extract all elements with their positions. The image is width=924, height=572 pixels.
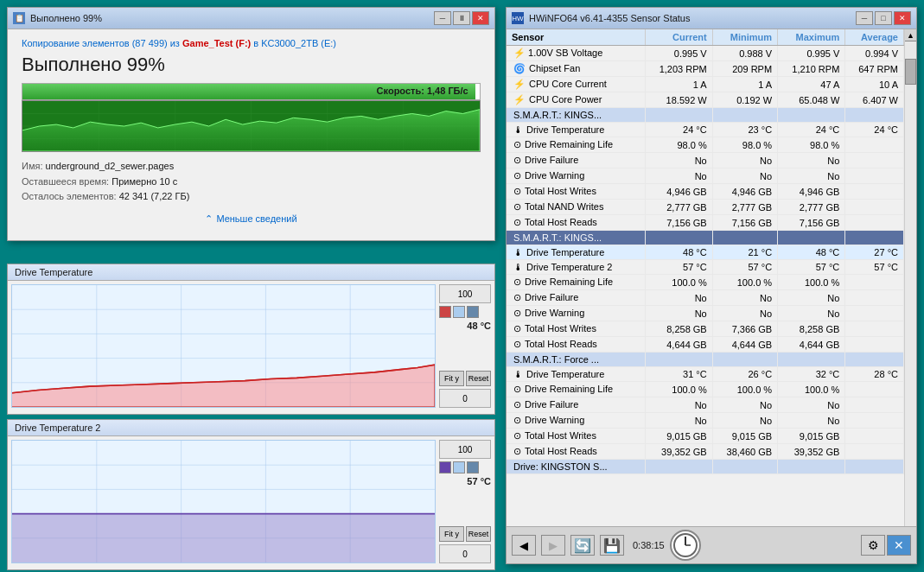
sensor-value: 8,258 GB bbox=[645, 321, 712, 337]
sensor-value: 9,015 GB bbox=[645, 429, 712, 444]
sensor-value bbox=[712, 460, 777, 474]
speed-label: Скорость: 1,48 ГБ/с bbox=[377, 86, 468, 96]
copy-dialog-title: Выполнено 99% bbox=[30, 13, 102, 23]
pause-button[interactable]: ⏸ bbox=[453, 11, 470, 25]
chart1-color-box-dark[interactable] bbox=[467, 306, 479, 318]
sensor-value bbox=[845, 444, 904, 460]
chart2-color-box-blue[interactable] bbox=[453, 461, 465, 473]
chart2-svg bbox=[12, 441, 435, 562]
sensor-value: 4,644 GB bbox=[645, 337, 712, 353]
col-average: Average bbox=[845, 29, 904, 46]
remaining-row: Осталось элементов: 42 341 (7,22 ГБ) bbox=[22, 189, 481, 205]
sensor-value bbox=[845, 184, 904, 200]
sensor-value: 48 °C bbox=[645, 245, 712, 260]
sensor-value: 100.0 % bbox=[778, 275, 845, 290]
forward-button[interactable]: ▶ bbox=[541, 535, 565, 556]
sensor-value: 4,946 GB bbox=[712, 184, 777, 200]
sensor-value: 4,946 GB bbox=[778, 184, 845, 200]
sensor-value: 7,156 GB bbox=[778, 215, 845, 231]
sensor-value: 32 °C bbox=[778, 367, 845, 382]
sensor-value bbox=[845, 215, 904, 231]
progress-chart-svg bbox=[22, 101, 480, 151]
file-name-row: Имя: underground_d2_sewer.pages bbox=[22, 159, 481, 175]
table-row: ⊙Total NAND Writes2,777 GB2,777 GB2,777 … bbox=[507, 200, 904, 215]
sensor-name: S.M.A.R.T.: KINGS... bbox=[507, 108, 645, 123]
sensor-value: No bbox=[712, 397, 777, 413]
chart1-color-box-red[interactable] bbox=[439, 306, 451, 318]
sensor-value: 7,156 GB bbox=[645, 215, 712, 231]
sensor-name: ⊙Total Host Reads bbox=[507, 337, 645, 353]
settings-button[interactable]: ⚙ bbox=[861, 535, 885, 556]
hwinfo-titlebar-buttons: ─ □ ✕ bbox=[856, 11, 911, 25]
chart2-fity-button[interactable]: Fit y bbox=[439, 526, 464, 542]
table-row: 🌡Drive Temperature48 °C21 °C48 °C27 °C bbox=[507, 245, 904, 260]
chart1-reset-button[interactable]: Reset bbox=[466, 371, 491, 386]
sensor-value bbox=[645, 231, 712, 245]
sensor-name: ⊙Drive Warning bbox=[507, 413, 645, 429]
chart2-area bbox=[11, 440, 436, 563]
refresh-icon[interactable]: 🔄 bbox=[570, 535, 595, 556]
sensor-value: 2,777 GB bbox=[778, 200, 845, 215]
table-row: Drive: KINGSTON S... bbox=[507, 460, 904, 474]
sensor-value: 2,777 GB bbox=[645, 200, 712, 215]
sensor-name: S.M.A.R.T.: KINGS... bbox=[507, 231, 645, 245]
minimize-button[interactable]: ─ bbox=[434, 11, 451, 25]
sensor-value: 39,352 GB bbox=[778, 444, 845, 460]
sensor-name: 🌡Drive Temperature 2 bbox=[507, 260, 645, 275]
exit-button[interactable]: ✕ bbox=[887, 535, 911, 556]
scrollbar-up[interactable]: ▲ bbox=[905, 29, 916, 41]
sensor-value: 98.0 % bbox=[645, 137, 712, 153]
sensor-name: 🌀Chipset Fan bbox=[507, 61, 645, 77]
close-button[interactable]: ✕ bbox=[472, 11, 489, 25]
sensor-value: No bbox=[712, 168, 777, 184]
sensor-value: 24 °C bbox=[778, 123, 845, 137]
log-icon[interactable]: 💾 bbox=[600, 535, 624, 556]
hwinfo-close-button[interactable]: ✕ bbox=[894, 11, 911, 25]
hwinfo-taskbar: ◀ ▶ 🔄 💾 0:38:15 ⚙ ✕ bbox=[507, 526, 916, 563]
col-current: Current bbox=[645, 29, 712, 46]
chart1-fity-button[interactable]: Fit y bbox=[439, 371, 464, 386]
hwinfo-minimize-button[interactable]: ─ bbox=[856, 11, 873, 25]
sensor-value: 7,156 GB bbox=[712, 215, 777, 231]
less-details-button[interactable]: ⌃ Меньше сведений bbox=[22, 213, 481, 232]
sensor-name: ⊙Total Host Writes bbox=[507, 184, 645, 200]
hwinfo-table-container[interactable]: Sensor Current Minimum Maximum Average ⚡… bbox=[507, 29, 904, 526]
chart1-value: 48 °C bbox=[439, 321, 491, 331]
svg-rect-26 bbox=[12, 514, 435, 562]
sensor-value bbox=[845, 168, 904, 184]
sensor-value bbox=[645, 460, 712, 474]
sensor-value bbox=[845, 231, 904, 245]
chart2-color-box-dark[interactable] bbox=[467, 461, 479, 473]
sensor-value bbox=[845, 137, 904, 153]
sensor-value: No bbox=[778, 397, 845, 413]
sensor-value: 38,460 GB bbox=[712, 444, 777, 460]
scrollbar-thumb[interactable] bbox=[905, 59, 916, 85]
sensor-value: 4,946 GB bbox=[645, 184, 712, 200]
sensor-name: ⊙Drive Failure bbox=[507, 153, 645, 168]
titlebar-buttons: ─ ⏸ ✕ bbox=[434, 11, 489, 25]
table-row: S.M.A.R.T.: KINGS... bbox=[507, 108, 904, 123]
sensor-value: No bbox=[645, 168, 712, 184]
titlebar-left: 📋 Выполнено 99% bbox=[13, 12, 102, 24]
back-button[interactable]: ◀ bbox=[512, 535, 536, 556]
col-minimum: Minimum bbox=[712, 29, 777, 46]
sensor-value: No bbox=[645, 413, 712, 429]
sensor-value: 9,015 GB bbox=[712, 429, 777, 444]
hwinfo-maximize-button[interactable]: □ bbox=[875, 11, 892, 25]
copy-dialog: 📋 Выполнено 99% ─ ⏸ ✕ Копирование элемен… bbox=[7, 7, 495, 241]
sensor-value bbox=[845, 413, 904, 429]
chart2-color-box-purple[interactable] bbox=[439, 461, 451, 473]
sensor-name: ⊙Drive Remaining Life bbox=[507, 275, 645, 290]
sensor-value: No bbox=[778, 413, 845, 429]
drive-temp-title: Drive Temperature bbox=[8, 264, 494, 281]
table-row: ⊙Total Host Reads39,352 GB38,460 GB39,35… bbox=[507, 444, 904, 460]
sensor-value: 0.192 W bbox=[712, 92, 777, 108]
col-maximum: Maximum bbox=[778, 29, 845, 46]
scrollbar[interactable]: ▲ bbox=[904, 29, 916, 526]
sensor-value: 23 °C bbox=[712, 123, 777, 137]
chart2-reset-button[interactable]: Reset bbox=[466, 526, 491, 542]
hwinfo-icon: HW bbox=[512, 12, 524, 24]
table-row: ⊙Drive Remaining Life98.0 %98.0 %98.0 % bbox=[507, 137, 904, 153]
chart1-color-box-blue[interactable] bbox=[453, 306, 465, 318]
col-sensor: Sensor bbox=[507, 29, 645, 46]
